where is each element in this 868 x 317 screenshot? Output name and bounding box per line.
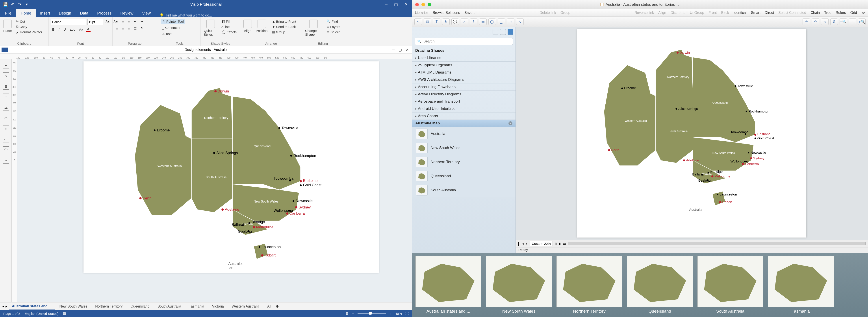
hscrollbar[interactable] bbox=[568, 242, 866, 245]
sheet-tab[interactable]: All bbox=[264, 303, 275, 310]
tb-conn3-icon[interactable]: ↘ bbox=[516, 19, 524, 25]
page-thumbnail[interactable]: Australian states and ... bbox=[415, 256, 482, 314]
cd-canvas[interactable]: ‖ ◂ ▸ Custom 22% ▯ ▮ ▭ Ready bbox=[516, 27, 868, 253]
tree-item[interactable]: ▸User Libraries bbox=[412, 54, 516, 61]
stencil-shape6-icon[interactable]: ◎ bbox=[3, 125, 9, 132]
tb-lib-icon[interactable]: ▦ bbox=[424, 19, 431, 25]
sub-minimize-icon[interactable]: ─ bbox=[392, 48, 395, 52]
sheet-tab[interactable]: Tasmania bbox=[186, 303, 207, 310]
stencil-shape4-icon[interactable]: ☁ bbox=[3, 104, 9, 111]
tb-ellipse-icon[interactable]: ◯ bbox=[488, 19, 496, 25]
shape-item[interactable]: Northern Territory bbox=[412, 155, 516, 169]
cut-button[interactable]: ✂ Cut bbox=[15, 19, 43, 24]
font-color-button[interactable]: A bbox=[86, 27, 91, 32]
tb-zoom-out-icon[interactable]: −🔍 bbox=[840, 19, 847, 25]
stencil-shape5-icon[interactable]: ⬭ bbox=[3, 115, 9, 121]
pane-grid-icon[interactable] bbox=[500, 29, 506, 35]
tb-zoom-fit-icon[interactable]: ⛶ bbox=[849, 19, 856, 25]
tb-line-icon[interactable]: ∕ bbox=[461, 19, 468, 25]
sheet-tab[interactable]: Victoria bbox=[209, 303, 227, 310]
menu-overflow-icon[interactable]: ≫ bbox=[861, 10, 865, 15]
tell-me[interactable]: 💡 Tell me what you want to do... bbox=[159, 13, 212, 18]
menu-chain[interactable]: Chain bbox=[810, 11, 820, 15]
stencil-shape2-icon[interactable]: ⊞ bbox=[3, 83, 9, 90]
align-left-icon[interactable]: ≡ bbox=[115, 26, 119, 31]
tb-rotate-r-icon[interactable]: ↷ bbox=[812, 19, 819, 25]
indent-inc-icon[interactable]: ⇥ bbox=[139, 19, 145, 24]
zoom-slider[interactable] bbox=[358, 313, 386, 314]
search-input[interactable]: 🔍 Search bbox=[415, 38, 513, 45]
tb-conn1-icon[interactable]: ⎯ bbox=[498, 19, 505, 25]
close-icon[interactable]: ✕ bbox=[404, 2, 408, 7]
copy-button[interactable]: ⧉ Copy bbox=[15, 24, 43, 29]
add-sheet-icon[interactable]: ⊕ bbox=[276, 304, 279, 309]
italic-button[interactable]: I bbox=[57, 27, 61, 32]
sheet-tab[interactable]: Australian states and ... bbox=[8, 303, 55, 310]
align-top-icon[interactable]: ≡ bbox=[115, 19, 119, 24]
tree-item[interactable]: ▸25 Typical Orgcharts bbox=[412, 61, 516, 69]
bold-button[interactable]: B bbox=[51, 27, 56, 32]
select-button[interactable]: ▭ Select bbox=[325, 29, 341, 35]
view-mode1-icon[interactable]: ▯ bbox=[555, 242, 557, 246]
close-lib-icon[interactable]: ✕ bbox=[508, 121, 513, 125]
align-center-icon[interactable]: ≡ bbox=[121, 26, 125, 31]
save-icon[interactable]: 💾 bbox=[3, 2, 8, 7]
tb-pointer-icon[interactable]: ↖ bbox=[414, 19, 422, 25]
page-thumbnail[interactable]: Northern Territory bbox=[556, 256, 622, 314]
page-thumbnail[interactable]: Queensland bbox=[627, 256, 693, 314]
restore-icon[interactable]: ▢ bbox=[394, 2, 398, 7]
send-back-button[interactable]: ▼ Send to Back bbox=[271, 24, 298, 29]
sheet-tab[interactable]: Northern Territory bbox=[92, 303, 126, 310]
visio-canvas[interactable]: pgn bbox=[18, 59, 412, 302]
sub-close-icon[interactable]: ✕ bbox=[406, 48, 409, 52]
tab-data[interactable]: Data bbox=[75, 9, 93, 18]
tree-item[interactable]: ▸Accounting Flowcharts bbox=[412, 83, 516, 91]
sheet-nav-prev-icon[interactable]: ◂ bbox=[2, 304, 4, 309]
change-shape-button[interactable]: Change Shape bbox=[304, 19, 323, 37]
tree-item[interactable]: ▸Android User Interface bbox=[412, 105, 516, 112]
view-mode2-icon[interactable]: ▮ bbox=[559, 242, 561, 246]
pane-panels-icon[interactable] bbox=[493, 29, 498, 35]
menu-save[interactable]: Save... bbox=[464, 11, 475, 15]
sheet-tab[interactable]: New South Wales bbox=[56, 303, 91, 310]
tab-design[interactable]: Design bbox=[54, 9, 75, 18]
tab-file[interactable]: File bbox=[0, 9, 16, 18]
tb-zoom-in-icon[interactable]: +🔍 bbox=[858, 19, 866, 25]
tb-text-icon[interactable]: T bbox=[433, 19, 440, 25]
redo-icon[interactable]: ↷ bbox=[18, 2, 22, 7]
paste-button[interactable]: Paste bbox=[2, 19, 12, 33]
strike-button[interactable]: abc bbox=[68, 27, 76, 32]
tab-home[interactable]: Home bbox=[16, 9, 36, 18]
sub-restore-icon[interactable]: ▢ bbox=[399, 48, 402, 52]
undo-icon[interactable]: ↶ bbox=[10, 2, 15, 7]
group-button[interactable]: ▦ Group bbox=[271, 29, 298, 35]
pane-search-icon[interactable] bbox=[507, 29, 513, 35]
page-next-icon[interactable]: ▸ bbox=[526, 242, 528, 246]
indent-dec-icon[interactable]: ⇤ bbox=[132, 19, 138, 24]
quick-styles-button[interactable]: Quick Styles bbox=[203, 19, 218, 37]
menu-identical[interactable]: Identical bbox=[734, 11, 747, 15]
shape-item[interactable]: South Australia bbox=[412, 183, 516, 197]
tb-callout-icon[interactable]: 💬 bbox=[452, 19, 459, 25]
sheet-nav-next-icon[interactable]: ▸ bbox=[5, 304, 7, 309]
menu-tree[interactable]: Tree bbox=[824, 11, 831, 15]
qat-more-icon[interactable]: ▾ bbox=[25, 2, 29, 7]
tree-item[interactable]: ▸Active Directory Diagrams bbox=[412, 91, 516, 98]
sheet-tab[interactable]: Queensland bbox=[127, 303, 153, 310]
zoom-combo[interactable]: Custom 22% bbox=[530, 241, 553, 246]
tb-flip-h-icon[interactable]: ⇋ bbox=[821, 19, 829, 25]
menu-rulers[interactable]: Rulers bbox=[836, 11, 846, 15]
menu-browse[interactable]: Browse Solutions bbox=[433, 11, 460, 15]
stencil-shape7-icon[interactable]: ▭ bbox=[3, 136, 9, 142]
menu-smart[interactable]: Smart bbox=[751, 11, 761, 15]
stencil-shape8-icon[interactable]: ⬠ bbox=[3, 147, 9, 153]
tree-item-selected[interactable]: Australia Map✕ bbox=[412, 120, 516, 127]
page-thumbnail[interactable]: New South Wales bbox=[486, 256, 552, 314]
zoom-out-icon[interactable]: − bbox=[352, 312, 354, 315]
cd-page[interactable] bbox=[577, 29, 806, 237]
tree-item[interactable]: ▸Area Charts bbox=[412, 112, 516, 120]
shape-item[interactable]: Australia bbox=[412, 127, 516, 141]
tab-insert[interactable]: Insert bbox=[36, 9, 54, 18]
tree-drawing-shapes[interactable]: Drawing Shapes bbox=[412, 47, 516, 54]
line-button[interactable]: ∕ Line bbox=[220, 24, 238, 29]
